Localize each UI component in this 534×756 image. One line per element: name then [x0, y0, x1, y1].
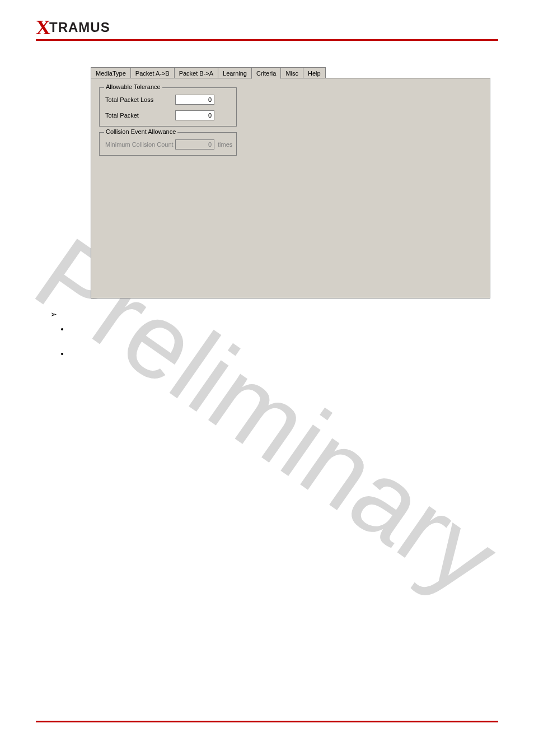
- tab-packet-ba[interactable]: Packet B->A: [174, 67, 218, 78]
- tab-label: Help: [308, 70, 321, 77]
- group-title: Collision Event Allowance: [104, 128, 177, 135]
- tab-misc[interactable]: Misc: [280, 67, 303, 78]
- tab-label: Packet A->B: [135, 70, 170, 77]
- brand-x: X: [36, 16, 50, 39]
- group-title: Allowable Tolerance: [104, 83, 162, 90]
- tab-label: Misc: [285, 70, 298, 77]
- label-min-collision-count: Minimum Collision Count: [105, 141, 175, 148]
- input-min-collision-count: [175, 139, 214, 150]
- doc-bullets: ➢: [47, 307, 489, 361]
- tab-label: Criteria: [256, 70, 276, 77]
- settings-panel: MediaType Packet A->B Packet B->A Learni…: [91, 67, 490, 299]
- bullet-item: [69, 346, 489, 361]
- suffix-times: times: [218, 141, 232, 148]
- tab-strip: MediaType Packet A->B Packet B->A Learni…: [91, 67, 490, 78]
- tab-label: Packet B->A: [179, 70, 213, 77]
- tab-packet-ab[interactable]: Packet A->B: [130, 67, 175, 78]
- header-rule: [36, 39, 498, 41]
- bullet-item: [69, 321, 489, 336]
- brand-rest: TRAMUS: [49, 20, 110, 35]
- label-total-packet-loss: Total Packet Loss: [105, 96, 175, 103]
- tab-mediatype[interactable]: MediaType: [91, 67, 131, 78]
- tab-learning[interactable]: Learning: [218, 67, 252, 78]
- input-total-packet[interactable]: [175, 110, 214, 120]
- label-total-packet: Total Packet: [105, 112, 175, 119]
- input-total-packet-loss[interactable]: [175, 95, 214, 105]
- bullet-heading: ➢: [50, 307, 489, 321]
- tab-label: Learning: [223, 70, 247, 77]
- brand-logo: XTRAMUS: [36, 16, 110, 39]
- group-allowable-tolerance: Allowable Tolerance Total Packet Loss To…: [99, 87, 237, 127]
- tab-help[interactable]: Help: [303, 67, 326, 78]
- group-collision-event-allowance: Collision Event Allowance Minimum Collis…: [99, 132, 237, 156]
- tab-label: MediaType: [96, 70, 126, 77]
- tab-criteria[interactable]: Criteria: [251, 67, 281, 79]
- footer-rule: [36, 721, 498, 722]
- tab-body-criteria: Allowable Tolerance Total Packet Loss To…: [91, 78, 490, 298]
